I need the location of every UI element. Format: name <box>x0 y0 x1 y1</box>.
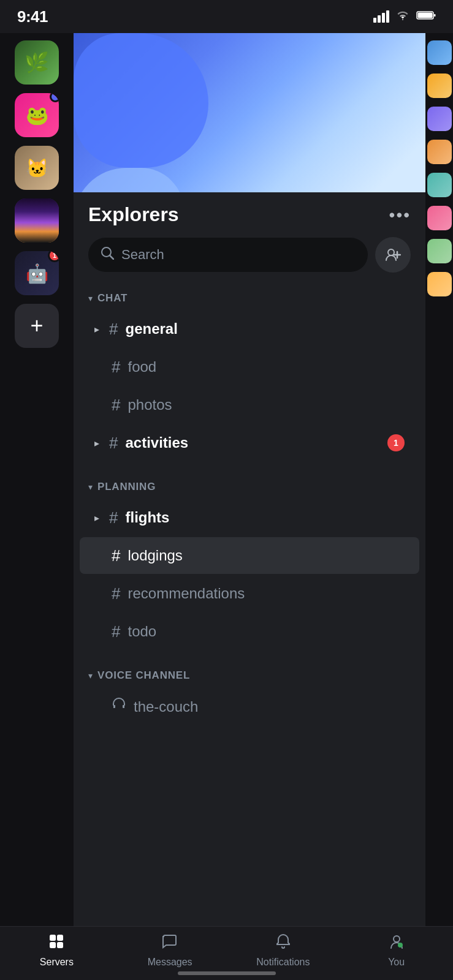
right-server-icon-8[interactable] <box>427 272 452 296</box>
server-sidebar: 1 + <box>0 33 74 926</box>
right-server-icon-5[interactable] <box>427 173 452 197</box>
right-server-icon-1[interactable] <box>427 40 452 65</box>
right-server-icon-4[interactable] <box>427 140 452 164</box>
channel-name-food: food <box>128 358 405 375</box>
you-icon <box>388 933 405 954</box>
status-time: 9:41 <box>17 7 48 26</box>
nav-item-you[interactable]: You <box>340 933 453 968</box>
notification-dot-frog <box>50 93 59 102</box>
channel-item-photos[interactable]: # photos <box>80 386 419 423</box>
messages-icon <box>161 933 178 954</box>
server-icon-robot[interactable]: 1 <box>15 251 59 295</box>
svg-rect-8 <box>50 935 56 941</box>
svg-rect-10 <box>50 942 56 948</box>
channel-arrow-general: ▸ <box>94 323 99 335</box>
channel-hash-food: # <box>112 359 120 375</box>
channel-arrow-activities: ▸ <box>94 437 99 449</box>
status-icons <box>373 10 436 24</box>
wifi-icon <box>395 10 410 24</box>
nav-item-servers[interactable]: Servers <box>0 933 113 968</box>
plus-icon: + <box>30 315 43 337</box>
category-name-voice: VOICE CHANNEL <box>97 669 190 682</box>
right-server-icon-3[interactable] <box>427 107 452 131</box>
nav-label-messages: Messages <box>148 957 192 968</box>
category-planning[interactable]: ▾ PLANNING <box>74 471 425 498</box>
channel-badge-activities: 1 <box>387 434 405 451</box>
channel-name-photos: photos <box>128 396 405 413</box>
category-chat[interactable]: ▾ CHAT <box>74 282 425 309</box>
more-options-button[interactable]: ••• <box>389 205 411 225</box>
svg-point-13 <box>398 943 403 948</box>
category-name-chat: CHAT <box>97 292 128 304</box>
channel-name-lodgings: lodgings <box>128 547 405 564</box>
channel-name-todo: todo <box>128 623 405 640</box>
nav-label-notifications: Notifications <box>256 957 310 968</box>
svg-rect-11 <box>57 942 63 948</box>
channel-arrow-flights: ▸ <box>94 512 99 524</box>
search-icon <box>101 246 114 263</box>
nav-label-you: You <box>388 957 405 968</box>
battery-icon <box>416 10 436 24</box>
channel-item-general[interactable]: ▸ # general <box>80 311 419 347</box>
channel-hash-todo: # <box>112 624 120 639</box>
category-chevron-chat: ▾ <box>88 293 93 303</box>
search-input-wrap[interactable]: Search <box>88 238 368 272</box>
svg-rect-1 <box>418 12 433 18</box>
channel-item-todo[interactable]: # todo <box>80 613 419 650</box>
nav-item-notifications[interactable]: Notifications <box>227 933 340 968</box>
badge-robot: 1 <box>48 251 59 262</box>
channel-hash-photos: # <box>112 397 120 413</box>
channel-item-lodgings[interactable]: # lodgings <box>80 537 419 574</box>
server-icon-sunset[interactable] <box>15 198 59 243</box>
right-server-icon-7[interactable] <box>427 239 452 263</box>
channel-item-flights[interactable]: ▸ # flights <box>80 499 419 536</box>
svg-point-5 <box>388 249 394 255</box>
svg-point-12 <box>394 936 400 942</box>
channel-item-activities[interactable]: ▸ # activities 1 <box>80 424 419 461</box>
status-bar: 9:41 <box>0 0 453 33</box>
server-banner <box>74 33 425 192</box>
channel-name-flights: flights <box>125 509 405 526</box>
channel-panel: Explorers ••• Search <box>74 33 425 926</box>
channel-hash-flights: # <box>109 510 118 526</box>
servers-icon <box>48 933 65 954</box>
channel-hash-general: # <box>109 321 118 337</box>
right-server-icon-6[interactable] <box>427 206 452 230</box>
server-icon-leaf[interactable] <box>15 40 59 85</box>
right-sidebar <box>425 33 453 926</box>
channel-name-activities: activities <box>125 434 380 451</box>
channel-item-recommendations[interactable]: # recommendations <box>80 575 419 612</box>
server-icon-cat[interactable] <box>15 146 59 190</box>
search-placeholder: Search <box>121 247 164 263</box>
add-member-button[interactable] <box>375 237 411 273</box>
channel-hash-lodgings: # <box>112 548 120 564</box>
server-header: Explorers ••• <box>74 192 425 232</box>
add-server-button[interactable]: + <box>15 304 59 348</box>
search-bar: Search <box>88 237 411 273</box>
category-chevron-voice: ▾ <box>88 671 93 680</box>
signal-icon <box>373 10 389 23</box>
channel-hash-recommendations: # <box>112 586 120 601</box>
category-name-planning: PLANNING <box>97 481 156 493</box>
channel-name-recommendations: recommendations <box>128 585 405 602</box>
channel-hash-activities: # <box>109 435 118 451</box>
channel-item-food[interactable]: # food <box>80 349 419 385</box>
category-chevron-planning: ▾ <box>88 482 93 492</box>
banner-blob-2 <box>74 168 184 192</box>
channel-name-general: general <box>125 320 405 337</box>
right-server-icon-2[interactable] <box>427 74 452 98</box>
svg-rect-2 <box>434 14 436 17</box>
category-voice[interactable]: ▾ VOICE CHANNEL <box>74 660 425 687</box>
banner-blob-1 <box>74 33 208 168</box>
channel-item-the-couch[interactable]: the-couch <box>80 688 419 726</box>
nav-label-servers: Servers <box>40 957 74 968</box>
home-indicator <box>178 971 276 975</box>
svg-rect-9 <box>57 935 63 941</box>
nav-item-messages[interactable]: Messages <box>113 933 227 968</box>
svg-line-4 <box>110 255 113 259</box>
server-icon-frog[interactable] <box>15 93 59 137</box>
channel-list: ▾ CHAT ▸ # general # food # photos ▸ # a… <box>74 277 425 926</box>
server-name: Explorers <box>88 203 179 226</box>
channel-name-the-couch: the-couch <box>134 698 405 715</box>
main-layout: 1 + Explorers ••• <box>0 33 453 926</box>
